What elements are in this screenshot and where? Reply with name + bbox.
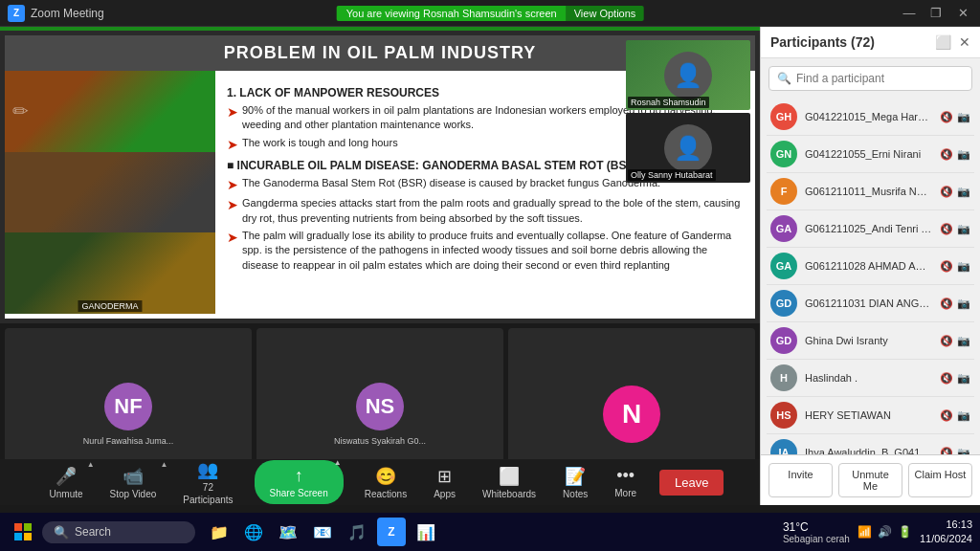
ganoderma-label: GANODERMA (78, 300, 142, 312)
main-content: PROBLEM IN OIL PALM INDUSTRY ✏ GANODERMA… (0, 27, 980, 505)
participant-controls: 🔇 📷 (940, 186, 970, 198)
close-participants-button[interactable]: ✕ (959, 34, 970, 50)
participant-mute-icon: 🔇 (940, 223, 953, 235)
unmute-me-button[interactable]: Unmute Me (838, 463, 902, 497)
participants-count: 72 (203, 482, 213, 493)
bullet-4-text: Gangderma species attacks start from the… (242, 196, 744, 226)
participant-item: GD G061211031 DIAN ANGGRAENI... 🔇 📷 (767, 285, 974, 322)
participants-footer: Invite Unmute Me Claim Host (761, 454, 980, 505)
participants-button[interactable]: 👥 72 Participants (169, 455, 246, 509)
taskbar-right: 31°C Sebagian cerah 📶 🔊 🔋 16:13 11/06/20… (783, 518, 972, 547)
participant-item: GD Ghina Dwi Isranty 🔇 📷 (767, 322, 974, 360)
participant-video-icon: 📷 (957, 447, 970, 455)
claim-host-button[interactable]: Claim Host (908, 463, 972, 497)
avatar-novira: N (603, 386, 660, 443)
participant-item: GN G041221055_Erni Nirani 🔇 📷 (767, 136, 974, 173)
share-screen-button[interactable]: ↑ Share Screen ▲ (255, 460, 344, 504)
search-participant-input[interactable] (796, 72, 964, 85)
taskbar: 🔍 Search 📁 🌐 🗺️ 📧 🎵 Z 📊 31°C Sebagian ce… (0, 513, 980, 551)
apps-button[interactable]: ⊞ Apps (420, 462, 469, 503)
participant-controls: 🔇 📷 (940, 111, 970, 123)
arrow-icon-3: ➤ (227, 176, 238, 193)
minimize-button[interactable]: — (902, 6, 917, 20)
apps-icon: ⊞ (437, 466, 452, 487)
participant-controls: 🔇 📷 (940, 409, 970, 422)
taskbar-maps[interactable]: 🗺️ (274, 518, 302, 546)
participant-item: H Haslindah . 🔇 📷 (767, 360, 974, 397)
participant-avatar: IA (770, 439, 797, 454)
tile-name-olly: Olly Sanny Hutabarat (628, 169, 716, 181)
bullet-4: ➤ Gangderma species attacks start from t… (227, 196, 744, 226)
participants-title: Participants (72) (770, 34, 875, 50)
niswatus-subname: Niswatus Syakirah G0... (334, 436, 426, 446)
palm-tree-image: ✏ (5, 71, 215, 152)
taskbar-search-icon: 🔍 (54, 525, 69, 540)
avatar-niswatus: NS (356, 383, 404, 430)
taskbar-spotify[interactable]: 🎵 (343, 518, 371, 546)
notes-icon: 📝 (565, 466, 586, 487)
titlebar: Z Zoom Meeting You are viewing Rosnah Sh… (0, 0, 980, 27)
participant-mute-icon: 🔇 (940, 111, 953, 123)
whiteboards-button[interactable]: ⬜ Whiteboards (469, 462, 549, 503)
bullet-2-text: The work is tough and long hours (242, 136, 398, 150)
participant-name: Ihya Awaluddin. B_G041221056 (805, 447, 932, 454)
participant-controls: 🔇 📷 (940, 260, 970, 273)
bullet-5-text: The palm will gradually lose its ability… (242, 229, 744, 273)
unmute-dropdown-arrow[interactable]: ▲ (87, 460, 95, 469)
zoom-logo: Z (8, 5, 25, 22)
video-tile-olly: 👤 Olly Sanny Hutabarat (626, 113, 750, 183)
participant-controls: 🔇 📷 (940, 335, 970, 347)
more-icon: ••• (616, 466, 635, 486)
participant-avatar: GD (770, 327, 797, 354)
clock: 16:13 11/06/2024 (920, 518, 972, 547)
participant-item: F G061211011_Musrifa Natasyah 🔇 📷 (767, 173, 974, 210)
stop-video-button[interactable]: 📹 Stop Video ▲ (97, 462, 170, 503)
participant-avatar: GA (770, 215, 797, 242)
participant-video-icon: 📷 (957, 372, 970, 385)
video-dropdown-arrow[interactable]: ▲ (160, 460, 167, 469)
taskbar-zoom[interactable]: Z (377, 518, 406, 546)
unmute-label: Unmute (50, 489, 83, 499)
invite-button[interactable]: Invite (768, 463, 833, 497)
participant-mute-icon: 🔇 (940, 372, 953, 385)
unmute-button[interactable]: 🎤 Unmute ▲ (36, 462, 97, 503)
arrow-icon-1: ➤ (227, 103, 238, 121)
taskbar-search-text: Search (75, 525, 111, 539)
taskbar-email[interactable]: 📧 (308, 518, 337, 546)
notes-button[interactable]: 📝 Notes (549, 462, 601, 503)
leave-button[interactable]: Leave (659, 470, 724, 496)
maximize-button[interactable]: ❐ (928, 6, 944, 20)
participant-item: IA Ihya Awaluddin. B_G041221056 🔇 📷 (767, 434, 974, 454)
bullet-3-text: The Ganoderma Basal Stem Rot (BSR) disea… (242, 176, 660, 190)
svg-rect-1 (24, 523, 32, 531)
participant-mute-icon: 🔇 (940, 260, 953, 273)
participant-controls: 🔇 📷 (940, 298, 970, 310)
popout-button[interactable]: ⬜ (935, 34, 951, 50)
notes-label: Notes (563, 489, 588, 499)
taskbar-file-explorer[interactable]: 📁 (205, 518, 234, 546)
participant-video-icon: 📷 (957, 111, 970, 123)
screen-share-indicator (0, 27, 760, 31)
nurul-subname: Nurul Fawahisa Juma... (83, 436, 174, 446)
search-bar[interactable]: 🔍 Search (42, 521, 195, 543)
taskbar-apps: 📁 🌐 🗺️ 📧 🎵 Z 📊 (205, 518, 440, 546)
svg-rect-0 (14, 523, 22, 531)
close-button[interactable]: ✕ (955, 6, 970, 20)
participant-item: GH G041221015_Mega Hardhini 🔇 📷 (767, 99, 974, 136)
window-controls: — ❐ ✕ (902, 6, 980, 20)
reactions-button[interactable]: 😊 Reactions (351, 462, 420, 503)
taskbar-excel[interactable]: 📊 (412, 518, 440, 546)
more-button[interactable]: ••• More (601, 462, 650, 502)
start-button[interactable] (8, 517, 38, 547)
participant-avatar: GN (770, 141, 797, 167)
participant-name: G061211028 AHMAD ARDANI (805, 260, 932, 272)
participant-video-icon: 📷 (957, 409, 970, 422)
view-options-button[interactable]: View Options (567, 6, 644, 21)
share-dropdown-arrow[interactable]: ▲ (334, 458, 342, 467)
reactions-icon: 😊 (375, 466, 396, 487)
taskbar-browser[interactable]: 🌐 (239, 518, 268, 546)
ganoderma-image: GANODERMA (5, 232, 215, 314)
disease-image-1 (5, 152, 215, 233)
video-tiles: 👤 Rosnah Shamsudin 👤 Olly Sanny Hutabara… (626, 40, 750, 183)
participant-controls: 🔇 📷 (940, 447, 970, 455)
